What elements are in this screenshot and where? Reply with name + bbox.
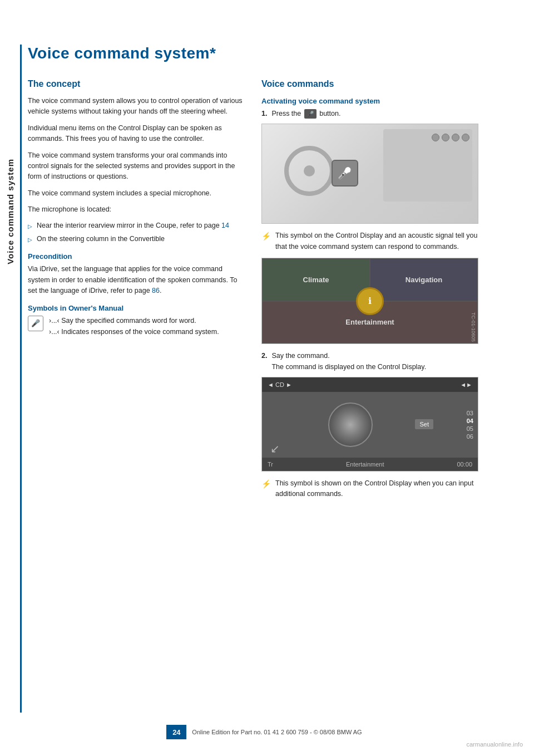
note-1: ⚡ This symbol on the Control Display and… bbox=[261, 230, 478, 252]
precondition-text-period: . bbox=[160, 287, 161, 294]
symbol-row-mic: 🎤 ›...‹ Say the specified commands word … bbox=[28, 316, 245, 337]
cd-topbar-left: ◄ CD ► bbox=[268, 381, 292, 388]
dash-circle-2 bbox=[442, 134, 449, 141]
cd-track-05: 05 bbox=[443, 425, 473, 432]
main-content: Voice command system* The concept The vo… bbox=[28, 0, 517, 539]
step-1-row: 1. Press the 🎤 button. bbox=[261, 109, 478, 119]
concept-para-1: The voice command system allows you to c… bbox=[28, 96, 245, 117]
voice-commands-heading: Voice commands bbox=[261, 79, 478, 89]
concept-heading: The concept bbox=[28, 79, 245, 89]
right-column: Voice commands Activating voice command … bbox=[261, 79, 478, 505]
idrive-cell-navigation: Navigation bbox=[370, 258, 478, 301]
step-1-number: 1. bbox=[261, 109, 267, 119]
cd-track-04: 04 bbox=[443, 418, 473, 424]
concept-para-4: The voice command system includes a spec… bbox=[28, 188, 245, 199]
two-column-layout: The concept The voice command system all… bbox=[28, 79, 517, 505]
concept-para-2: Individual menu items on the Control Dis… bbox=[28, 123, 245, 145]
left-column: The concept The voice command system all… bbox=[28, 79, 245, 505]
note-2-text: This symbol is shown on the Control Disp… bbox=[275, 478, 478, 500]
dash-indicator-row bbox=[432, 134, 469, 141]
precondition-text-content: Via iDrive, set the language that applie… bbox=[28, 265, 237, 294]
note-2-icon: ⚡ bbox=[261, 478, 271, 490]
step-1-text: Press the 🎤 button. bbox=[271, 109, 340, 119]
page-number: 24 bbox=[166, 725, 186, 739]
left-border-decoration bbox=[20, 45, 22, 713]
step-2-text: Say the command. bbox=[271, 352, 329, 360]
step-2-number: 2. bbox=[261, 351, 267, 361]
note-1-icon: ⚡ bbox=[261, 230, 271, 243]
cd-topbar: ◄ CD ► ◄► bbox=[262, 377, 478, 392]
mic-button-graphic bbox=[332, 160, 358, 186]
idrive-entertainment-label: Entertainment bbox=[345, 318, 394, 326]
symbols-heading: Symbols in Owner's Manual bbox=[28, 304, 245, 312]
cd-bottom-right: 00:00 bbox=[457, 461, 472, 468]
cd-disc-area bbox=[262, 392, 439, 458]
microphone-location-heading: The microphone is located: bbox=[28, 204, 245, 215]
sidebar-tab-label: Voice command system bbox=[6, 159, 15, 264]
bullet-text-1: Near the interior rearview mirror in the… bbox=[37, 220, 229, 231]
precondition-heading: Precondition bbox=[28, 252, 245, 261]
step-2-subtext: The command is displayed on the Control … bbox=[271, 363, 426, 371]
concept-para-3: The voice command system transforms your… bbox=[28, 150, 245, 183]
car-interior-image bbox=[261, 124, 478, 224]
link-page-86[interactable]: 86 bbox=[152, 287, 160, 294]
mic-symbol-icon: 🎤 bbox=[28, 316, 43, 331]
idrive-image-wrapper: Climate Navigation Entertainment ℹ TC-01… bbox=[261, 258, 478, 344]
dashboard-graphic bbox=[383, 129, 472, 202]
steering-wheel-graphic bbox=[284, 146, 334, 196]
watermark-text: carmanualonline.info bbox=[466, 741, 523, 748]
idrive-cell-climate: Climate bbox=[262, 258, 370, 301]
bullet-item-coupe: ▷ Near the interior rearview mirror in t… bbox=[28, 220, 245, 231]
cd-disc-graphic bbox=[328, 402, 373, 447]
idrive-image: Climate Navigation Entertainment ℹ bbox=[261, 258, 478, 344]
cd-bottom-left: Tr bbox=[268, 461, 273, 468]
footer-copyright: Online Edition for Part no. 01 41 2 600 … bbox=[186, 729, 367, 735]
symbol-text-block: ›...‹ Say the specified commands word fo… bbox=[49, 316, 219, 337]
step-2-row: 2. Say the command. The command is displ… bbox=[261, 351, 478, 372]
bullet-text-2: On the steering column in the Convertibl… bbox=[37, 234, 165, 244]
bullet-arrow-1: ▷ bbox=[28, 222, 32, 231]
idrive-navigation-label: Navigation bbox=[406, 276, 442, 284]
precondition-text: Via iDrive, set the language that applie… bbox=[28, 264, 245, 296]
activating-heading: Activating voice command system bbox=[261, 97, 478, 105]
cd-bottombar: Tr Entertainment 00:00 bbox=[262, 458, 478, 471]
step-2-content: Say the command. The command is displaye… bbox=[271, 351, 426, 372]
cd-topbar-right: ◄► bbox=[460, 381, 472, 388]
cd-track-03: 03 bbox=[443, 410, 473, 416]
idrive-climate-label: Climate bbox=[303, 276, 329, 284]
cd-set-button: Set bbox=[415, 419, 433, 429]
cd-track-06: 06 bbox=[443, 433, 473, 440]
car-image-inner bbox=[268, 129, 473, 218]
bullet-arrow-2: ▷ bbox=[28, 235, 32, 244]
sidebar-tab: Voice command system bbox=[0, 67, 20, 356]
mic-button-label: 🎤 bbox=[304, 109, 317, 119]
dash-circle-4 bbox=[462, 134, 469, 141]
idrive-caption: TC-01-10605 bbox=[471, 312, 476, 342]
cd-content-area: Set 03 04 05 06 bbox=[262, 392, 478, 458]
mic-unicode: 🎤 bbox=[31, 318, 40, 329]
idrive-center-knob: ℹ bbox=[356, 287, 384, 315]
symbol-text-indicates: ›...‹ Indicates responses of the voice c… bbox=[49, 328, 219, 336]
bullet-item-convertible: ▷ On the steering column in the Converti… bbox=[28, 234, 245, 244]
cd-bottom-label: Entertainment bbox=[346, 461, 384, 468]
cd-tracks-list: 03 04 05 06 bbox=[439, 392, 478, 458]
note-1-text: This symbol on the Control Display and a… bbox=[275, 230, 478, 252]
cd-arrow-icon: ↙ bbox=[270, 442, 280, 455]
symbol-text-say: ›...‹ Say the specified commands word fo… bbox=[49, 317, 196, 325]
link-page-14[interactable]: 14 bbox=[221, 222, 229, 229]
dash-circle-1 bbox=[432, 134, 439, 141]
cd-screen-image: ◄ CD ► ◄► Set 03 04 05 06 ↙ bbox=[261, 377, 478, 472]
page-footer: 24 Online Edition for Part no. 01 41 2 6… bbox=[0, 725, 534, 739]
dash-circle-3 bbox=[452, 134, 459, 141]
page-title: Voice command system* bbox=[28, 45, 517, 62]
note-2: ⚡ This symbol is shown on the Control Di… bbox=[261, 478, 478, 500]
